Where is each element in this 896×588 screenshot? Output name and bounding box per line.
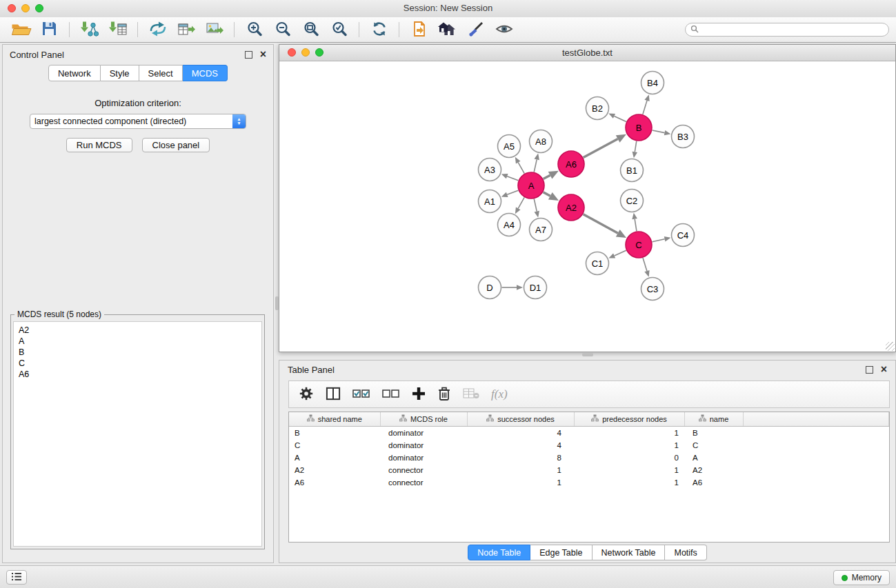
delete-table-button[interactable] [463, 387, 479, 403]
graph-edge-A6-B[interactable] [584, 139, 618, 157]
graph-node-B1[interactable]: B1 [621, 159, 644, 182]
tab-edge-table[interactable]: Edge Table [530, 545, 592, 560]
graph-edge-C-C2[interactable] [635, 219, 637, 232]
graph-node-B3[interactable]: B3 [672, 125, 695, 148]
table-cell[interactable]: connector [380, 476, 467, 489]
column-header-shared-name[interactable]: shared name [289, 412, 380, 426]
graph-node-A5[interactable]: A5 [498, 135, 521, 158]
graph-node-B[interactable]: B [626, 114, 652, 141]
result-item[interactable]: A6 [19, 369, 257, 380]
column-header-successor-nodes[interactable]: successor nodes [467, 412, 574, 426]
graph-node-C2[interactable]: C2 [621, 190, 644, 212]
graph-edge-A-A6[interactable] [544, 175, 550, 179]
table-cell[interactable]: dominator [380, 439, 467, 452]
column-header-predecessor-nodes[interactable]: predecessor nodes [574, 412, 684, 426]
tab-mcds[interactable]: MCDS [183, 65, 228, 81]
graph-node-A[interactable]: A [518, 172, 544, 199]
zoom-out-button[interactable] [268, 19, 297, 40]
graph-node-A4[interactable]: A4 [498, 214, 521, 236]
graph-node-B4[interactable]: B4 [641, 72, 664, 94]
delete-column-button[interactable] [437, 386, 451, 403]
graph-edge-A-A5[interactable] [518, 163, 524, 174]
window-resize-handle[interactable] [886, 342, 895, 351]
export-network-button[interactable] [143, 19, 172, 40]
graph-node-C3[interactable]: C3 [641, 278, 664, 301]
zoom-selected-button[interactable] [325, 19, 353, 40]
graph-node-A7[interactable]: A7 [530, 219, 552, 241]
table-cell[interactable]: B [684, 426, 743, 439]
zoom-in-button[interactable] [240, 19, 268, 40]
tab-select[interactable]: Select [139, 65, 183, 81]
table-cell[interactable]: 1 [467, 476, 574, 489]
result-item[interactable]: C [19, 358, 257, 369]
close-panel-icon[interactable]: × [881, 366, 887, 373]
table-cell[interactable]: C [684, 439, 743, 452]
run-mcds-button[interactable]: Run MCDS [66, 138, 132, 152]
graph-edge-B-B4[interactable] [643, 101, 647, 114]
task-history-button[interactable] [6, 570, 27, 585]
table-cell[interactable]: A [684, 452, 743, 464]
graph-node-A2[interactable]: A2 [558, 194, 584, 221]
graph-edge-A2-C[interactable] [584, 214, 618, 234]
graph-edge-C-C3[interactable] [643, 258, 647, 271]
float-panel-icon[interactable] [245, 51, 252, 59]
graph-node-A3[interactable]: A3 [479, 159, 501, 181]
graph-edge-C-C4[interactable] [653, 239, 665, 242]
table-cell[interactable]: 1 [574, 476, 684, 489]
import-network-button[interactable] [75, 19, 103, 40]
table-row[interactable]: Bdominator41B [289, 426, 889, 439]
graph-node-C4[interactable]: C4 [672, 224, 695, 247]
column-header-MCDS-role[interactable]: MCDS role [380, 412, 467, 426]
table-cell[interactable]: 1 [574, 464, 684, 476]
table-cell[interactable]: 1 [574, 439, 684, 452]
new-network-view-button[interactable] [405, 19, 433, 40]
result-item[interactable]: A [19, 336, 257, 347]
unselect-all-button[interactable] [382, 387, 400, 402]
graph-edge-A-A2[interactable] [544, 192, 550, 196]
table-settings-button[interactable] [299, 386, 314, 403]
function-builder-button[interactable]: f(x) [491, 387, 508, 401]
graph-edge-C-C1[interactable] [615, 250, 626, 256]
table-cell[interactable]: C [289, 439, 380, 452]
graph-edge-A-A3[interactable] [507, 176, 518, 181]
table-cell[interactable]: 0 [574, 452, 684, 464]
table-cell[interactable]: 1 [574, 426, 684, 439]
apply-style-button[interactable] [461, 19, 490, 40]
panel-splitter-grip-vertical[interactable] [275, 296, 279, 310]
float-panel-icon[interactable] [866, 366, 873, 374]
graph-node-B2[interactable]: B2 [586, 97, 609, 120]
table-row[interactable]: Cdominator41C [289, 439, 889, 452]
table-cell[interactable]: 1 [467, 464, 574, 476]
graph-node-A1[interactable]: A1 [479, 190, 501, 213]
export-table-button[interactable] [172, 19, 200, 40]
show-graphics-details-button[interactable] [490, 19, 518, 40]
open-file-button[interactable] [7, 19, 35, 40]
show-column-button[interactable] [326, 387, 341, 403]
save-session-button[interactable] [35, 19, 63, 40]
table-cell[interactable]: B [289, 426, 380, 439]
table-cell[interactable]: A [289, 452, 380, 464]
add-column-button[interactable] [412, 387, 426, 403]
zoom-fit-button[interactable] [297, 19, 325, 40]
panel-splitter-grip-horizontal[interactable] [582, 353, 593, 356]
search-input[interactable] [702, 24, 884, 35]
graph-node-A6[interactable]: A6 [558, 151, 584, 177]
table-cell[interactable]: A6 [684, 476, 743, 489]
graph-node-C1[interactable]: C1 [586, 252, 609, 275]
search-box[interactable] [685, 23, 889, 37]
table-cell[interactable]: 4 [467, 426, 574, 439]
close-panel-button[interactable]: Close panel [142, 138, 210, 152]
table-cell[interactable]: A2 [684, 464, 743, 476]
memory-button[interactable]: Memory [833, 570, 890, 585]
result-item[interactable]: B [19, 347, 257, 358]
column-header-name[interactable]: name [684, 412, 743, 426]
graph-edge-A-A7[interactable] [534, 199, 537, 212]
tab-network[interactable]: Network [48, 65, 101, 81]
graph-edge-B-B1[interactable] [635, 141, 637, 152]
table-cell[interactable]: A6 [289, 476, 380, 489]
import-table-button[interactable] [103, 19, 132, 40]
apply-layout-button[interactable] [365, 19, 393, 40]
table-cell[interactable]: dominator [380, 452, 467, 464]
table-cell[interactable]: connector [380, 464, 467, 476]
result-item[interactable]: A2 [19, 325, 257, 336]
